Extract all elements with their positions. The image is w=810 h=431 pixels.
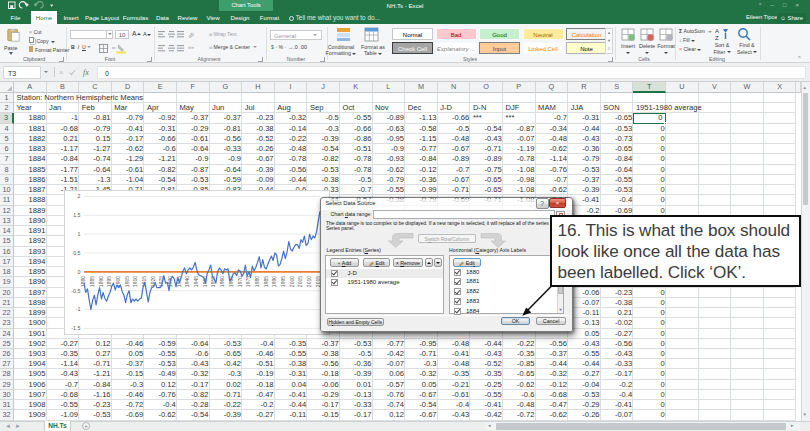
svg-text:2010: 2010	[306, 276, 312, 287]
svg-text:1895: 1895	[106, 276, 112, 287]
svg-text:1880: 1880	[80, 276, 86, 287]
svg-text:1995: 1995	[280, 276, 286, 287]
svg-text:2: 2	[78, 193, 81, 199]
svg-text:1945: 1945	[193, 276, 199, 287]
svg-text:1920: 1920	[150, 276, 156, 287]
svg-text:1885: 1885	[89, 276, 95, 287]
svg-text:1910: 1910	[132, 276, 138, 287]
svg-text:1970: 1970	[237, 276, 243, 287]
svg-text:1.5: 1.5	[73, 212, 80, 218]
svg-text:Z: Z	[715, 35, 719, 41]
svg-text:2005: 2005	[297, 276, 303, 287]
svg-text:1960: 1960	[219, 276, 225, 287]
svg-text:1890: 1890	[98, 276, 104, 287]
svg-text:1985: 1985	[263, 276, 269, 287]
svg-text:-1: -1	[76, 306, 81, 312]
svg-text:A: A	[715, 28, 719, 34]
svg-text:-0.5: -0.5	[71, 288, 80, 294]
svg-text:1905: 1905	[124, 276, 130, 287]
svg-text:0.5: 0.5	[73, 250, 80, 256]
svg-text:2000: 2000	[289, 276, 295, 287]
svg-text:1980: 1980	[254, 276, 260, 287]
svg-text:1990: 1990	[271, 276, 277, 287]
svg-text:1: 1	[78, 231, 81, 237]
svg-text:1940: 1940	[184, 276, 190, 287]
svg-text:0: 0	[78, 269, 81, 275]
svg-text:-1.5: -1.5	[71, 325, 80, 331]
